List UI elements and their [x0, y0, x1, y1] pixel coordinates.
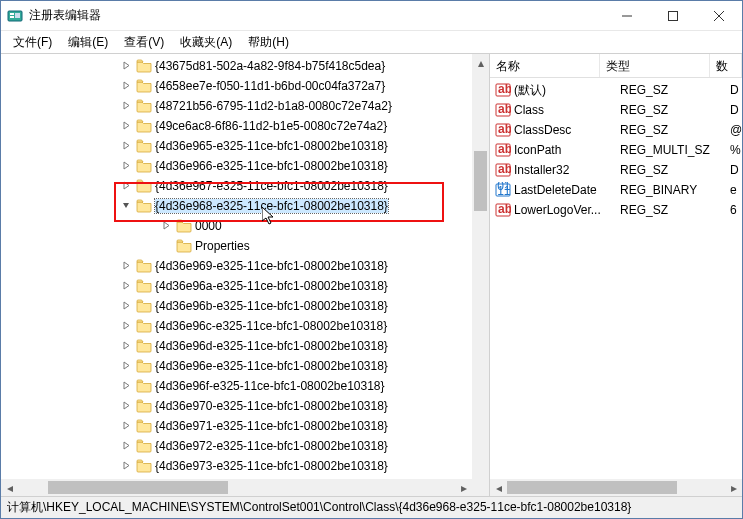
tree-item-label: {4d36e967-e325-11ce-bfc1-08002be10318} [155, 179, 388, 193]
chevron-right-icon[interactable] [119, 361, 133, 372]
tree-row[interactable]: {4d36e96e-e325-11ce-bfc1-08002be10318} [1, 356, 472, 376]
minimize-button[interactable] [604, 1, 650, 31]
list-row[interactable]: abClassDescREG_SZ@ [490, 120, 742, 140]
scroll-thumb-h[interactable] [48, 481, 228, 494]
tree-row[interactable]: Properties [1, 236, 472, 256]
tree-row[interactable]: {4d36e965-e325-11ce-bfc1-08002be10318} [1, 136, 472, 156]
tree-item-label: {4d36e966-e325-11ce-bfc1-08002be10318} [155, 159, 388, 173]
menu-favorites[interactable]: 收藏夹(A) [172, 32, 240, 53]
tree-row[interactable]: {4d36e971-e325-11ce-bfc1-08002be10318} [1, 416, 472, 436]
tree-row[interactable]: {4d36e96a-e325-11ce-bfc1-08002be10318} [1, 276, 472, 296]
scroll-right-icon[interactable]: ▸ [725, 479, 742, 496]
menu-file[interactable]: 文件(F) [5, 32, 60, 53]
chevron-right-icon[interactable] [119, 81, 133, 92]
tree-row[interactable]: {4d36e96b-e325-11ce-bfc1-08002be10318} [1, 296, 472, 316]
svg-text:ab: ab [498, 162, 511, 176]
value-name: IconPath [514, 143, 620, 157]
column-name[interactable]: 名称 [490, 54, 600, 77]
chevron-right-icon[interactable] [119, 101, 133, 112]
chevron-down-icon[interactable] [119, 201, 133, 212]
tree-row[interactable]: {4d36e96c-e325-11ce-bfc1-08002be10318} [1, 316, 472, 336]
tree-item-label: {43675d81-502a-4a82-9f84-b75f418c5dea} [155, 59, 385, 73]
value-name: Class [514, 103, 620, 117]
chevron-right-icon[interactable] [119, 381, 133, 392]
tree-row[interactable]: {4658ee7e-f050-11d1-b6bd-00c04fa372a7} [1, 76, 472, 96]
tree-row[interactable]: {4d36e96d-e325-11ce-bfc1-08002be10318} [1, 336, 472, 356]
folder-icon [136, 299, 152, 313]
chevron-right-icon[interactable] [119, 161, 133, 172]
folder-icon [136, 159, 152, 173]
list-row[interactable]: ab(默认)REG_SZD [490, 80, 742, 100]
value-type: REG_BINARY [620, 183, 730, 197]
chevron-right-icon[interactable] [119, 281, 133, 292]
close-button[interactable] [696, 1, 742, 31]
tree-item-label: {4d36e972-e325-11ce-bfc1-08002be10318} [155, 439, 388, 453]
chevron-right-icon[interactable] [119, 341, 133, 352]
tree-item-label: {4d36e969-e325-11ce-bfc1-08002be10318} [155, 259, 388, 273]
scroll-up-icon[interactable]: ▴ [472, 54, 489, 71]
tree-row[interactable]: {4d36e969-e325-11ce-bfc1-08002be10318} [1, 256, 472, 276]
chevron-right-icon[interactable] [119, 141, 133, 152]
tree-body[interactable]: {43675d81-502a-4a82-9f84-b75f418c5dea}{4… [1, 54, 472, 479]
folder-icon [176, 219, 192, 233]
tree-row[interactable]: 0000 [1, 216, 472, 236]
tree-row[interactable]: {43675d81-502a-4a82-9f84-b75f418c5dea} [1, 56, 472, 76]
scroll-thumb-v[interactable] [474, 151, 487, 211]
folder-icon [136, 319, 152, 333]
svg-rect-2 [10, 16, 14, 18]
list-scrollbar-horizontal[interactable]: ◂ ▸ [490, 479, 742, 496]
scroll-track-v[interactable] [472, 71, 489, 479]
chevron-right-icon[interactable] [119, 181, 133, 192]
value-name: LastDeleteDate [514, 183, 620, 197]
menu-help[interactable]: 帮助(H) [240, 32, 297, 53]
chevron-right-icon[interactable] [119, 401, 133, 412]
chevron-right-icon[interactable] [119, 61, 133, 72]
maximize-button[interactable] [650, 1, 696, 31]
list-row[interactable]: abInstaller32REG_SZD [490, 160, 742, 180]
list-row[interactable]: abClassREG_SZD [490, 100, 742, 120]
value-data: e [730, 183, 742, 197]
chevron-right-icon[interactable] [119, 441, 133, 452]
tree-row[interactable]: {4d36e968-e325-11ce-bfc1-08002be10318} [1, 196, 472, 216]
string-value-icon: ab [494, 82, 512, 98]
tree-scrollbar-vertical[interactable]: ▴ ▾ [472, 54, 489, 496]
tree-row[interactable]: {49ce6ac8-6f86-11d2-b1e5-0080c72e74a2} [1, 116, 472, 136]
tree-scrollbar-horizontal[interactable]: ◂ ▸ [1, 479, 472, 496]
list-row[interactable]: 011110LastDeleteDateREG_BINARYe [490, 180, 742, 200]
chevron-right-icon[interactable] [159, 221, 173, 232]
list-row[interactable]: abIconPathREG_MULTI_SZ% [490, 140, 742, 160]
value-data: @ [730, 123, 742, 137]
list-body[interactable]: ab(默认)REG_SZDabClassREG_SZDabClassDescRE… [490, 78, 742, 220]
folder-icon [136, 259, 152, 273]
scroll-right-icon[interactable]: ▸ [455, 479, 472, 496]
scroll-left-icon[interactable]: ◂ [1, 479, 18, 496]
svg-text:ab: ab [498, 122, 511, 136]
tree-row[interactable]: {4d36e973-e325-11ce-bfc1-08002be10318} [1, 456, 472, 476]
chevron-right-icon[interactable] [119, 121, 133, 132]
chevron-right-icon[interactable] [119, 461, 133, 472]
scroll-thumb-h[interactable] [507, 481, 677, 494]
scroll-track-h[interactable] [507, 479, 725, 496]
chevron-right-icon[interactable] [119, 321, 133, 332]
tree-row[interactable]: {4d36e972-e325-11ce-bfc1-08002be10318} [1, 436, 472, 456]
chevron-right-icon[interactable] [119, 421, 133, 432]
tree-row[interactable]: {48721b56-6795-11d2-b1a8-0080c72e74a2} [1, 96, 472, 116]
folder-icon [136, 459, 152, 473]
menu-view[interactable]: 查看(V) [116, 32, 172, 53]
value-type: REG_SZ [620, 123, 730, 137]
menu-edit[interactable]: 编辑(E) [60, 32, 116, 53]
column-type[interactable]: 类型 [600, 54, 710, 77]
tree-row[interactable]: {4d36e970-e325-11ce-bfc1-08002be10318} [1, 396, 472, 416]
tree-item-label: {4d36e96c-e325-11ce-bfc1-08002be10318} [155, 319, 387, 333]
tree-row[interactable]: {4d36e966-e325-11ce-bfc1-08002be10318} [1, 156, 472, 176]
scroll-track-h[interactable] [18, 479, 455, 496]
list-row[interactable]: abLowerLogoVer...REG_SZ6 [490, 200, 742, 220]
tree-row[interactable]: {4d36e967-e325-11ce-bfc1-08002be10318} [1, 176, 472, 196]
chevron-right-icon[interactable] [119, 301, 133, 312]
svg-text:110: 110 [497, 184, 511, 198]
tree-item-label: {4d36e96d-e325-11ce-bfc1-08002be10318} [155, 339, 388, 353]
scroll-left-icon[interactable]: ◂ [490, 479, 507, 496]
column-data[interactable]: 数 [710, 54, 742, 77]
chevron-right-icon[interactable] [119, 261, 133, 272]
tree-row[interactable]: {4d36e96f-e325-11ce-bfc1-08002be10318} [1, 376, 472, 396]
